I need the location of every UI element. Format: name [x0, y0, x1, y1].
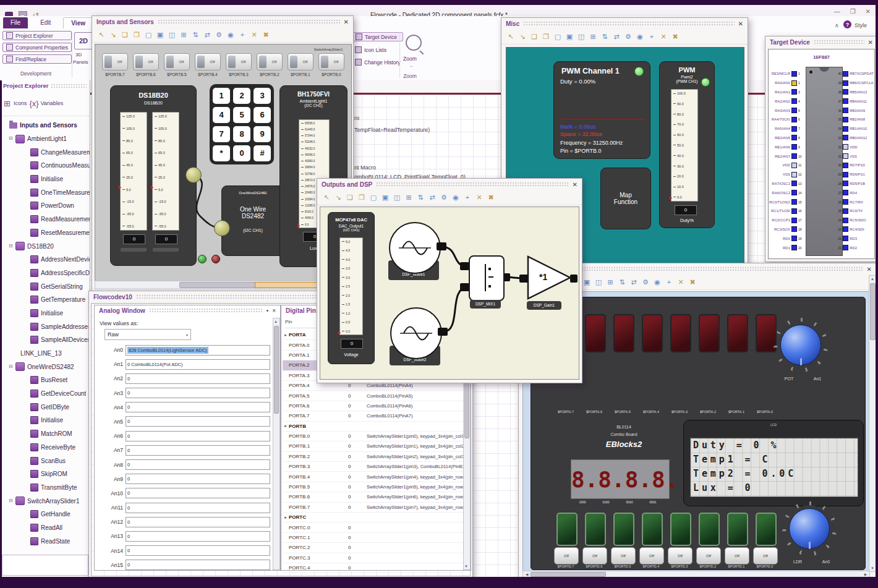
- chip-pin[interactable]: 30 RD7/P1D: [834, 161, 874, 170]
- distribute-horizontal-icon[interactable]: ⇄: [203, 30, 211, 40]
- tree-item[interactable]: GetSerialString: [0, 279, 90, 293]
- connector-node[interactable]: [185, 167, 202, 183]
- chip-pin[interactable]: RA0/AN0 2: [769, 79, 806, 88]
- expander-icon[interactable]: [23, 297, 29, 302]
- keypad-key[interactable]: 2: [233, 88, 250, 104]
- digital-pin-row[interactable]: PORTB.7 0 SwitchArraySlider1(pin7), keyp…: [283, 503, 463, 513]
- slider-marker[interactable]: ▶: [338, 330, 341, 334]
- channel-value-field[interactable]: 0 ComboBL0114(Pot ADC): [126, 359, 270, 370]
- keypad-key[interactable]: 3: [254, 88, 271, 104]
- chip-pin[interactable]: 27 RD4: [834, 188, 874, 197]
- distribute-horizontal-icon[interactable]: ⇄: [629, 278, 638, 287]
- view-mode-dropdown[interactable]: Raw ▾: [104, 329, 191, 340]
- chip-pin[interactable]: 32 VDD: [834, 142, 874, 151]
- expander-icon[interactable]: [23, 391, 29, 396]
- tree-item[interactable]: Initialise: [0, 414, 90, 427]
- view-toggle[interactable]: Change History: [352, 58, 403, 66]
- keypad-key[interactable]: 0: [233, 145, 250, 161]
- grid-snap-icon[interactable]: ⊞: [606, 278, 615, 287]
- delete-icon[interactable]: ✕: [250, 30, 258, 40]
- expander-icon[interactable]: [23, 471, 29, 477]
- tree-item[interactable]: ContinuousMeasurement: [0, 159, 90, 173]
- tree-item[interactable]: ReadState: [0, 534, 90, 548]
- zoom-button[interactable]: Zoom: [403, 56, 417, 62]
- channel-value-field[interactable]: 0: [126, 445, 270, 456]
- switch-knob[interactable]: [135, 56, 143, 68]
- ldr-knob[interactable]: [782, 501, 837, 556]
- align-center-icon[interactable]: ◫: [393, 193, 401, 202]
- port-switch-button[interactable]: Off: [582, 547, 607, 565]
- tree-item[interactable]: GetDeviceCount: [0, 387, 90, 401]
- chip-pin[interactable]: 33 RB0/AN12: [834, 134, 874, 143]
- knob-dial[interactable]: [780, 325, 821, 365]
- chip-pin[interactable]: RA7/OSC1 13: [769, 179, 806, 189]
- clear-icon[interactable]: ✖: [671, 32, 680, 41]
- distribute-horizontal-icon[interactable]: ⇄: [612, 32, 621, 41]
- chip-pin[interactable]: 39 RB6/ICSPCLK: [834, 79, 874, 88]
- properties-gear-icon[interactable]: ⚙: [641, 278, 650, 287]
- switch-knob[interactable]: [290, 56, 297, 68]
- channel-value-field[interactable]: 828 ComboBL0114(LightSensor ADC): [126, 345, 270, 356]
- connector-node[interactable]: [214, 220, 230, 236]
- chip-pin[interactable]: RE2/AN7 10: [769, 151, 806, 161]
- tree-item[interactable]: ⊟ OneWireDS2482: [0, 360, 90, 373]
- expander-icon[interactable]: [23, 203, 29, 208]
- slider-marker[interactable]: ▶: [297, 223, 300, 228]
- keypad-key[interactable]: 1: [213, 88, 230, 104]
- explorer-tool[interactable]: ⊞ Icons: [2, 99, 27, 108]
- digital-pin-row[interactable]: PORTB.5 0 SwitchArraySlider1(pin5), keyp…: [283, 482, 463, 492]
- grid-snap-icon[interactable]: ⊞: [404, 193, 413, 202]
- cursor-icon[interactable]: ↖: [322, 193, 331, 202]
- panel-3d-button[interactable]: 3D: [75, 52, 82, 58]
- digital-pin-row[interactable]: PORTC.1 0: [283, 533, 463, 543]
- paste-icon[interactable]: ❐: [357, 193, 366, 202]
- expander-icon[interactable]: [23, 150, 29, 155]
- keypad-key[interactable]: *: [213, 145, 230, 161]
- ds18b20-component[interactable]: DS18B20 DS18B20 125.0105.085.065.045.025…: [110, 85, 197, 266]
- paste-icon[interactable]: ❐: [542, 32, 550, 41]
- expander-icon[interactable]: [2, 122, 8, 128]
- keypad-key[interactable]: 6: [254, 107, 271, 123]
- digital-pin-row[interactable]: ▸ PORTB: [283, 422, 463, 432]
- analog-window-titlebar[interactable]: Analog Window • ×: [95, 305, 280, 315]
- tree-item[interactable]: GetHandle: [0, 508, 90, 521]
- expander-icon[interactable]: [23, 511, 29, 517]
- digital-pin-row[interactable]: PORTB.4 0 SwitchArraySlider1(pin4), keyp…: [283, 472, 463, 482]
- chip-pin[interactable]: RA1/AN1 3: [769, 88, 806, 97]
- style-button[interactable]: Style: [855, 22, 867, 28]
- dsp-gain-component[interactable]: *1: [526, 254, 573, 301]
- inputs-horizontal-scrollbar[interactable]: [95, 281, 352, 289]
- chip-pin[interactable]: RC1/T1OSI 16: [769, 207, 806, 216]
- slider-marker[interactable]: ▶: [669, 195, 672, 200]
- channel-value-field[interactable]: 0: [126, 503, 270, 513]
- outputs-titlebar[interactable]: Outputs and DSP ✕: [317, 179, 582, 190]
- chip-pin[interactable]: 38 RB5/AN13: [834, 88, 874, 97]
- digital-pin-row[interactable]: PORTA.5 0 ComboBL0114(PinA5): [283, 391, 463, 401]
- inputs-titlebar[interactable]: Inputs and Sensors ✕: [92, 16, 353, 27]
- port-switch-button[interactable]: Off: [668, 547, 693, 565]
- tree-item[interactable]: SampleAddressedDevice: [0, 320, 90, 333]
- add-icon[interactable]: +: [238, 30, 247, 40]
- temperature-scale[interactable]: 125.0105.085.065.045.025.05.0-15.0-35.0-…: [152, 112, 179, 231]
- expander-icon[interactable]: [23, 324, 29, 330]
- properties-gear-icon[interactable]: ⚙: [215, 30, 223, 40]
- zoom-icon[interactable]: [406, 35, 422, 51]
- tree-item[interactable]: ResetMeasurement: [0, 226, 90, 240]
- chip-pin[interactable]: RA3/AN3 5: [769, 106, 806, 115]
- zoom-dropdown[interactable]: –: [410, 63, 412, 69]
- expander-icon[interactable]: [23, 431, 29, 437]
- chip-pin[interactable]: RC2/CCP1 17: [769, 216, 806, 225]
- add-icon[interactable]: +: [463, 193, 472, 202]
- close-button[interactable]: ✕: [866, 8, 871, 15]
- align-center-icon[interactable]: ◫: [168, 30, 176, 40]
- scroll-up-icon[interactable]: ▲: [273, 319, 279, 324]
- onewire-ds2482-component[interactable]: OneWireDS2482 One Wire DS2482 (I2C CH1): [221, 185, 284, 256]
- close-icon[interactable]: ✕: [344, 19, 349, 25]
- chip-pin[interactable]: 23 RC4/SDI: [834, 225, 874, 234]
- port-switch-button[interactable]: Off: [554, 547, 579, 565]
- channel-value-field[interactable]: 0: [126, 431, 270, 441]
- digital-pin-row[interactable]: PORTA.7 0 ComboBL0114(PinA7): [283, 411, 463, 421]
- channel-value-field[interactable]: 0: [126, 545, 270, 556]
- expander-icon[interactable]: [23, 337, 29, 343]
- ribbon-tab[interactable]: File: [3, 17, 28, 28]
